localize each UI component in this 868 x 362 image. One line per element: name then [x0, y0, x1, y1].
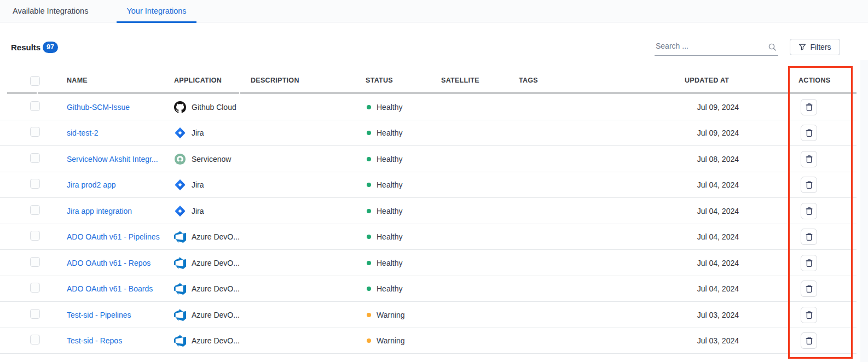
status-label: Healthy	[377, 232, 402, 241]
delete-button[interactable]	[801, 203, 817, 219]
delete-button[interactable]	[801, 332, 817, 349]
status-label: Warning	[377, 311, 405, 319]
application-label: Jira	[192, 129, 204, 137]
tab-available-integrations[interactable]: Available Integrations	[13, 0, 88, 22]
azure-devops-icon	[174, 257, 186, 269]
row-checkbox[interactable]	[30, 283, 40, 293]
jira-icon	[174, 179, 186, 191]
status-label: Healthy	[377, 103, 402, 112]
azure-devops-icon	[174, 231, 186, 243]
scroll-gutter	[860, 60, 868, 362]
application-label: Azure DevO...	[192, 311, 240, 319]
trash-icon	[805, 311, 813, 319]
column-header-satellite[interactable]: SATELLITE	[441, 69, 479, 92]
application-label: Azure DevO...	[192, 232, 240, 241]
trash-icon	[805, 336, 813, 345]
search-input[interactable]	[655, 39, 763, 54]
delete-button[interactable]	[801, 151, 817, 167]
azure-devops-icon	[174, 335, 186, 347]
active-tab-underline	[117, 21, 196, 23]
column-header-actions[interactable]: ACTIONS	[798, 69, 830, 92]
row-checkbox[interactable]	[30, 231, 40, 241]
application-label: Azure DevO...	[192, 284, 240, 293]
integration-name-link[interactable]: ADO OAuth v61 - Boards	[67, 284, 153, 293]
delete-button[interactable]	[801, 177, 817, 193]
filters-button[interactable]: Filters	[790, 39, 840, 55]
application-label: Jira	[192, 180, 204, 189]
status-dot	[367, 261, 371, 265]
integration-name-link[interactable]: Github-SCM-Issue	[67, 103, 130, 112]
table-row: ADO OAuth v61 - PipelinesAzure DevO...He…	[0, 224, 868, 250]
application-label: Azure DevO...	[192, 259, 240, 267]
updated-at-value: Jul 04, 2024	[629, 259, 739, 267]
integration-name-link[interactable]: ServiceNow Akshit Integr...	[67, 155, 158, 164]
row-checkbox[interactable]	[30, 309, 40, 319]
integration-name-link[interactable]: Jira prod2 app	[67, 180, 116, 189]
row-checkbox[interactable]	[30, 127, 40, 137]
row-checkbox[interactable]	[30, 205, 40, 215]
azure-devops-icon	[174, 283, 186, 295]
integration-name-link[interactable]: ADO OAuth v61 - Repos	[67, 259, 151, 267]
jira-icon	[174, 205, 186, 217]
select-all-checkbox[interactable]	[30, 76, 40, 86]
column-header-description[interactable]: DESCRIPTION	[251, 69, 299, 92]
application-label: Github Cloud	[192, 103, 236, 112]
row-checkbox[interactable]	[30, 179, 40, 189]
trash-icon	[805, 103, 813, 112]
results-label: Results	[11, 42, 40, 53]
funnel-icon	[798, 43, 806, 51]
integration-name-link[interactable]: ADO OAuth v61 - Pipelines	[67, 232, 160, 241]
status-dot	[367, 105, 371, 109]
table-row: sid-test-2JiraHealthyJul 09, 2024	[0, 120, 868, 147]
status-label: Healthy	[377, 284, 402, 293]
trash-icon	[805, 259, 813, 267]
row-checkbox[interactable]	[30, 335, 40, 345]
updated-at-value: Jul 04, 2024	[629, 207, 739, 215]
tab-your-integrations[interactable]: Your Integrations	[117, 0, 196, 22]
delete-button[interactable]	[801, 99, 817, 115]
jira-icon	[174, 127, 186, 139]
table-row: ADO OAuth v61 - ReposAzure DevO...Health…	[0, 250, 868, 276]
status-dot	[367, 235, 371, 239]
status-dot	[367, 338, 371, 343]
updated-at-value: Jul 09, 2024	[629, 103, 739, 112]
table-rows: Github-SCM-IssueGithub CloudHealthyJul 0…	[0, 94, 868, 354]
integration-name-link[interactable]: Test-sid - Repos	[67, 336, 122, 345]
delete-button[interactable]	[801, 229, 817, 245]
updated-at-value: Jul 04, 2024	[629, 180, 739, 189]
table-row: Jira app integrationJiraHealthyJul 04, 2…	[0, 198, 868, 224]
column-header-name[interactable]: NAME	[67, 69, 88, 92]
azure-devops-icon	[174, 309, 186, 321]
application-label: Jira	[192, 207, 204, 215]
table-row: Test-sid - PipelinesAzure DevO...Warning…	[0, 302, 868, 328]
status-label: Warning	[377, 336, 405, 345]
delete-button[interactable]	[801, 307, 817, 323]
row-checkbox[interactable]	[30, 101, 40, 111]
status-label: Healthy	[377, 155, 402, 164]
trash-icon	[805, 180, 813, 189]
delete-button[interactable]	[801, 125, 817, 141]
column-header-tags[interactable]: TAGS	[519, 69, 538, 92]
updated-at-value: Jul 04, 2024	[629, 284, 739, 293]
column-header-status[interactable]: STATUS	[366, 69, 393, 92]
table-row: ADO OAuth v61 - BoardsAzure DevO...Healt…	[0, 276, 868, 302]
delete-button[interactable]	[801, 255, 817, 271]
table-row: ServiceNow Akshit Integr...ServicenowHea…	[0, 146, 868, 172]
status-dot	[367, 209, 371, 213]
column-header-application[interactable]: APPLICATION	[174, 69, 222, 92]
integration-name-link[interactable]: sid-test-2	[67, 129, 99, 137]
integrations-page: Available Integrations Your Integrations…	[0, 0, 868, 362]
integration-name-link[interactable]: Test-sid - Pipelines	[67, 311, 131, 319]
trash-icon	[805, 232, 813, 241]
status-label: Healthy	[377, 207, 402, 215]
row-checkbox[interactable]	[30, 153, 40, 163]
results-count-badge: 97	[43, 42, 58, 53]
column-header-updated-at[interactable]: UPDATED AT	[685, 69, 729, 92]
integration-name-link[interactable]: Jira app integration	[67, 207, 132, 215]
row-checkbox[interactable]	[30, 257, 40, 267]
github-icon	[174, 101, 186, 113]
updated-at-value: Jul 04, 2024	[629, 232, 739, 241]
delete-button[interactable]	[801, 281, 817, 297]
servicenow-icon	[174, 153, 186, 165]
trash-icon	[805, 155, 813, 164]
